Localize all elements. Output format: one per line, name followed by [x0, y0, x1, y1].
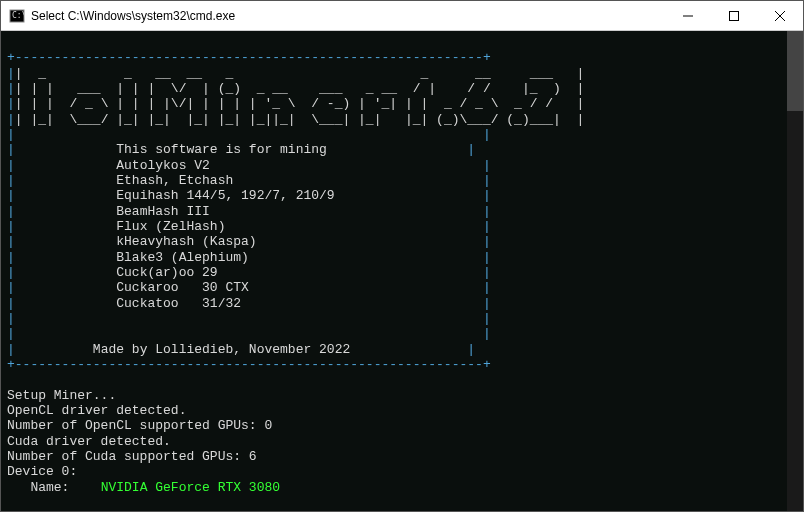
ascii-art-line: | | | / _ \ | | | |\/| | | | | '_ \ / -_… [15, 96, 585, 111]
ascii-art-line: | |_| \___/ |_| |_| |_| |_| |_||_| \___|… [15, 112, 585, 127]
border-side: | [483, 173, 491, 188]
cmd-icon: C:\ [9, 8, 25, 24]
border-side: | [483, 234, 491, 249]
border-side: | [467, 342, 475, 357]
border-side: | [483, 296, 491, 311]
algorithm-item: Flux (ZelHash) [116, 219, 225, 234]
border-bottom: +---------------------------------------… [7, 357, 491, 372]
made-by: Made by Lolliedieb, November 2022 [93, 342, 350, 357]
border-side: | [7, 81, 15, 96]
border-side: | [7, 158, 15, 173]
device-name-label: Name: [7, 480, 101, 495]
border-side: | [483, 250, 491, 265]
ascii-art-line: | _ _ __ __ _ _ __ ___ | [15, 66, 585, 81]
border-side: | [7, 112, 15, 127]
status-line: OpenCL driver detected. [7, 403, 186, 418]
algorithm-item: Cuck(ar)oo 29 [116, 265, 217, 280]
border-side: | [483, 280, 491, 295]
algorithm-item: Ethash, Etchash [116, 173, 233, 188]
border-side: | [7, 296, 15, 311]
algorithm-item: Equihash 144/5, 192/7, 210/9 [116, 188, 334, 203]
border-side: | [7, 127, 15, 142]
close-button[interactable] [757, 1, 803, 30]
status-line: Number of Cuda supported GPUs: 6 [7, 449, 257, 464]
scrollbar-thumb[interactable] [787, 31, 803, 111]
status-line: Cuda driver detected. [7, 434, 171, 449]
border-side: | [7, 204, 15, 219]
algorithm-item: kHeavyhash (Kaspa) [116, 234, 256, 249]
border-side: | [7, 311, 15, 326]
border-side: | [7, 280, 15, 295]
minimize-button[interactable] [665, 1, 711, 30]
border-side: | [7, 234, 15, 249]
border-side: | [7, 142, 15, 157]
border-side: | [7, 342, 15, 357]
border-side: | [483, 265, 491, 280]
svg-text:C:\: C:\ [12, 11, 25, 20]
border-side: | [7, 250, 15, 265]
vertical-scrollbar[interactable] [787, 31, 803, 511]
window-title: Select C:\Windows\system32\cmd.exe [31, 9, 665, 23]
console-output[interactable]: +---------------------------------------… [1, 31, 803, 511]
algorithm-item: Cuckatoo 31/32 [116, 296, 241, 311]
ascii-art-line: | | | ___ | | | \/ | (_) _ __ ___ _ __ /… [15, 81, 585, 96]
svg-rect-3 [730, 11, 739, 20]
status-line: Setup Miner... [7, 388, 116, 403]
status-line: Number of OpenCL supported GPUs: 0 [7, 418, 272, 433]
status-line: Device 0: [7, 464, 77, 479]
border-side: | [483, 127, 491, 142]
border-side: | [483, 188, 491, 203]
border-side: | [467, 142, 475, 157]
device-name-value: NVIDIA GeForce RTX 3080 [101, 480, 280, 495]
border-side: | [7, 66, 15, 81]
border-top: +---------------------------------------… [7, 50, 491, 65]
border-side: | [483, 311, 491, 326]
window-titlebar: C:\ Select C:\Windows\system32\cmd.exe [1, 1, 803, 31]
software-info: This software is for mining [116, 142, 327, 157]
algorithm-item: BeamHash III [116, 204, 210, 219]
border-side: | [7, 188, 15, 203]
border-side: | [483, 158, 491, 173]
border-side: | [7, 96, 15, 111]
border-side: | [7, 326, 15, 341]
window-controls [665, 1, 803, 30]
border-side: | [483, 219, 491, 234]
border-side: | [483, 204, 491, 219]
algorithm-item: Autolykos V2 [116, 158, 210, 173]
algorithm-item: Cuckaroo 30 CTX [116, 280, 249, 295]
border-side: | [7, 265, 15, 280]
border-side: | [7, 173, 15, 188]
border-side: | [7, 219, 15, 234]
algorithm-item: Blake3 (Alephium) [116, 250, 249, 265]
maximize-button[interactable] [711, 1, 757, 30]
border-side: | [483, 326, 491, 341]
